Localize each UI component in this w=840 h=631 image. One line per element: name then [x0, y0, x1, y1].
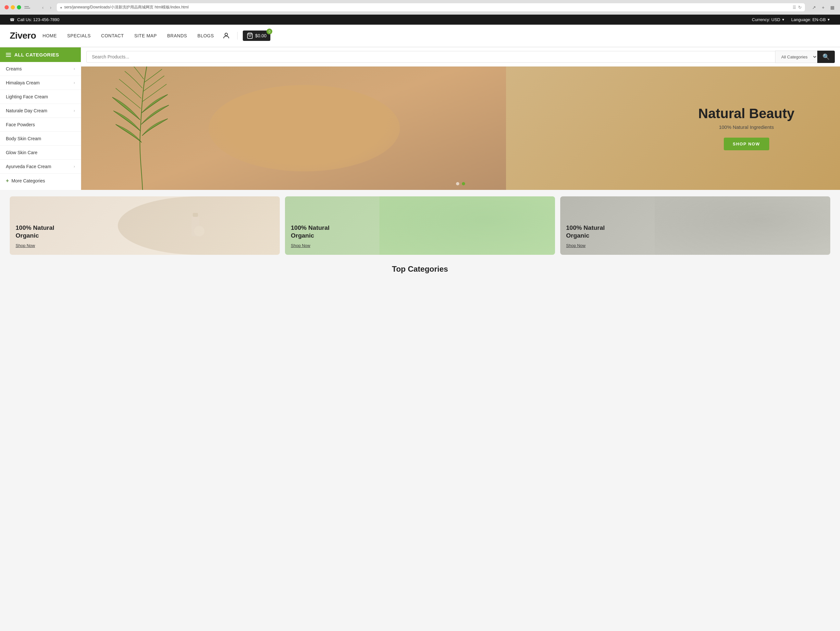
- nav-brands[interactable]: BRANDS: [167, 33, 187, 38]
- browser-titlebar: ‹ › ● sers/janewang/Downloads/小清新洗护用品商城网…: [0, 0, 840, 14]
- browser-nav-buttons: ‹ ›: [40, 5, 54, 10]
- forward-button[interactable]: ›: [48, 5, 54, 10]
- sidebar-item-ayurveda[interactable]: Ayurveda Face Cream ›: [0, 160, 81, 174]
- windows-button[interactable]: ▦: [829, 4, 835, 11]
- browser-dots: [5, 5, 21, 9]
- all-categories-label: ALL CATEGORIES: [14, 52, 59, 57]
- currency-dropdown-arrow: ▼: [782, 18, 785, 21]
- cart-badge: 0: [267, 28, 272, 35]
- svg-rect-3: [193, 213, 198, 217]
- nav-blogs[interactable]: BLOGS: [197, 33, 214, 38]
- sidebar-item-glow-skin[interactable]: Glow Skin Care: [0, 146, 81, 160]
- sidebar-item-label: Creams: [6, 66, 22, 71]
- search-input[interactable]: [86, 51, 775, 63]
- palm-leaf-decoration: [107, 66, 178, 190]
- share-button[interactable]: ↗: [811, 4, 817, 11]
- sidebar-item-lighting-face[interactable]: Lighting Face Cream: [0, 90, 81, 104]
- top-bar: ☎ Call Us: 123-456-7890 Currency: USD ▼ …: [0, 14, 840, 25]
- all-categories-button[interactable]: ALL CATEGORIES: [0, 47, 81, 62]
- hero-title: Natural Beauty: [698, 106, 794, 121]
- more-categories-button[interactable]: + More Categories: [0, 174, 81, 188]
- top-bar-right: Currency: USD ▼ Language: EN-GB ▼: [752, 17, 830, 22]
- promo-card-1-content: 100% Natural Organic Shop Now: [16, 224, 54, 248]
- chevron-right-icon: ›: [74, 80, 75, 85]
- reader-mode-icon[interactable]: ☰: [793, 5, 796, 10]
- minimize-dot[interactable]: [11, 5, 15, 9]
- language-dropdown-arrow: ▼: [827, 18, 830, 21]
- svg-point-4: [194, 226, 204, 236]
- security-icon: ●: [60, 6, 62, 9]
- language-selector[interactable]: Language: EN-GB ▼: [791, 17, 830, 22]
- phone-label: Call Us: 123-456-7890: [17, 17, 59, 22]
- sidebar-item-label: Ayurveda Face Cream: [6, 164, 51, 169]
- promo-card-2-image: [379, 196, 555, 255]
- refresh-icon[interactable]: ↻: [798, 5, 802, 10]
- header-divider: [237, 32, 238, 39]
- currency-label: Currency: USD: [752, 17, 780, 22]
- back-button[interactable]: ‹: [40, 5, 46, 10]
- new-tab-button[interactable]: +: [820, 4, 826, 11]
- cart-button[interactable]: 0 $0.00: [243, 30, 270, 41]
- hero-content: Natural Beauty 100% Natural Ingredients …: [698, 106, 794, 150]
- hero-shop-now-button[interactable]: SHOP NOW: [724, 137, 769, 150]
- promo-card-3[interactable]: 100% Natural Organic Shop Now: [560, 196, 830, 255]
- category-select[interactable]: All Categories: [775, 50, 817, 63]
- sidebar-item-label: Face Powders: [6, 122, 35, 127]
- sidebar-item-label: Body Skin Cream: [6, 136, 41, 141]
- chevron-right-icon: ›: [74, 109, 75, 113]
- promo-card-2[interactable]: 100% Natural Organic Shop Now: [285, 196, 555, 255]
- hero-subtitle: 100% Natural Ingredients: [698, 124, 794, 130]
- fullscreen-dot[interactable]: [17, 5, 21, 9]
- sidebar-item-label: Naturale Day Cream: [6, 108, 47, 113]
- top-categories-section: Top Categories: [0, 261, 840, 280]
- page-content: ☎ Call Us: 123-456-7890 Currency: USD ▼ …: [0, 14, 840, 280]
- promo-card-2-title: 100% Natural Organic: [291, 224, 330, 240]
- svg-point-0: [225, 33, 227, 36]
- sidebar-item-face-powders[interactable]: Face Powders: [0, 118, 81, 132]
- close-dot[interactable]: [5, 5, 9, 9]
- main-nav: HOME SPECIALS CONTACT SITE MAP BRANDS BL…: [43, 33, 214, 38]
- body-layout: ALL CATEGORIES Creams › Himalaya Cream ›…: [0, 47, 840, 190]
- nav-sitemap[interactable]: SITE MAP: [134, 33, 157, 38]
- promo-card-1-link[interactable]: Shop Now: [16, 243, 35, 248]
- sidebar-toggle-button[interactable]: [24, 4, 33, 11]
- top-categories-heading: Top Categories: [10, 265, 830, 274]
- hero-dot-2[interactable]: [462, 182, 465, 185]
- main-column: All Categories 🔍: [81, 47, 840, 190]
- sidebar-item-naturale[interactable]: Naturale Day Cream ›: [0, 104, 81, 118]
- promo-card-2-content: 100% Natural Organic Shop Now: [291, 224, 330, 248]
- promo-card-2-link[interactable]: Shop Now: [291, 243, 310, 248]
- sidebar-item-label: Lighting Face Cream: [6, 94, 48, 99]
- nav-home[interactable]: HOME: [43, 33, 57, 38]
- currency-selector[interactable]: Currency: USD ▼: [752, 17, 785, 22]
- hero-dot-1[interactable]: [456, 182, 459, 185]
- sidebar: ALL CATEGORIES Creams › Himalaya Cream ›…: [0, 47, 81, 190]
- promo-card-3-title: 100% Natural Organic: [566, 224, 605, 240]
- logo[interactable]: Zivero: [10, 30, 36, 41]
- search-row: All Categories 🔍: [81, 47, 840, 66]
- sidebar-item-label: Glow Skin Care: [6, 150, 37, 155]
- search-button[interactable]: 🔍: [817, 50, 835, 63]
- promo-cards-section: 100% Natural Organic Shop Now 100% Natur…: [0, 190, 840, 261]
- nav-specials[interactable]: SPECIALS: [67, 33, 90, 38]
- user-account-button[interactable]: [220, 30, 232, 41]
- promo-card-3-link[interactable]: Shop Now: [566, 243, 586, 248]
- nav-contact[interactable]: CONTACT: [101, 33, 124, 38]
- hero-image-area: [81, 66, 506, 190]
- search-icon: 🔍: [823, 54, 830, 60]
- url-text: sers/janewang/Downloads/小清新洗护用品商城网页 html…: [64, 5, 791, 10]
- sidebar-item-label: Himalaya Cream: [6, 80, 39, 85]
- browser-window: ‹ › ● sers/janewang/Downloads/小清新洗护用品商城网…: [0, 0, 840, 280]
- browser-action-buttons: ↗ + ▦: [811, 4, 835, 11]
- chevron-right-icon: ›: [74, 164, 75, 169]
- address-bar[interactable]: ● sers/janewang/Downloads/小清新洗护用品商城网页 ht…: [57, 3, 805, 11]
- hero-face-glow: [209, 85, 400, 171]
- more-categories-label: More Categories: [11, 178, 45, 183]
- sidebar-item-body-skin[interactable]: Body Skin Cream: [0, 132, 81, 146]
- hamburger-icon: [6, 53, 11, 57]
- sidebar-item-himalaya[interactable]: Himalaya Cream ›: [0, 76, 81, 90]
- promo-card-1[interactable]: 100% Natural Organic Shop Now: [10, 196, 280, 255]
- plus-icon: +: [6, 178, 9, 184]
- top-bar-left: ☎ Call Us: 123-456-7890: [10, 17, 59, 22]
- sidebar-item-creams[interactable]: Creams ›: [0, 62, 81, 76]
